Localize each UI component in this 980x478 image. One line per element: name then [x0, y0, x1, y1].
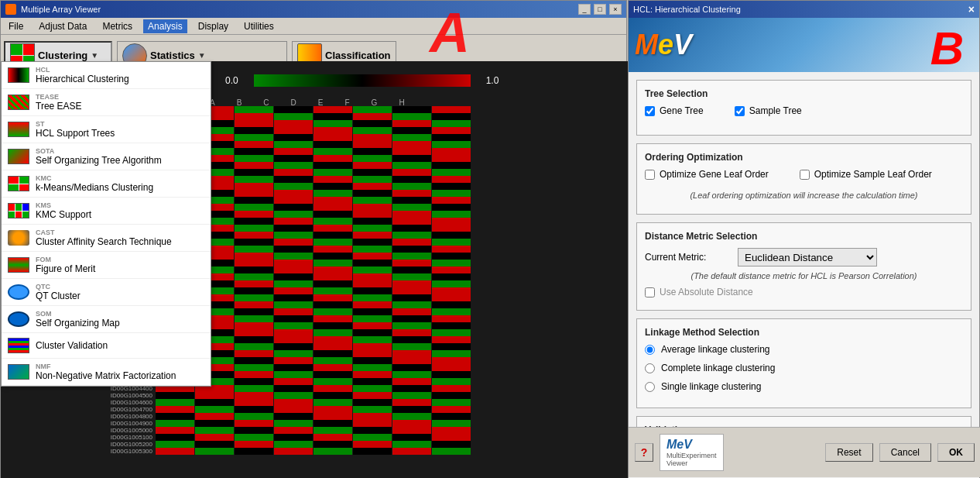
dropdown-item-som[interactable]: SOM Self Organizing Map [2, 306, 211, 333]
dropdown-item-tease[interactable]: TEASE Tree EASE [2, 89, 211, 116]
absolute-distance-checkbox[interactable] [645, 287, 655, 297]
hm-cell [432, 378, 471, 385]
hm-cell [392, 120, 431, 127]
hm-cell [392, 371, 431, 378]
menu-adjust-data[interactable]: Adjust Data [34, 19, 91, 33]
hm-cell [274, 427, 313, 434]
ok-button[interactable]: OK [937, 443, 975, 462]
hcl-code: HCL [36, 66, 129, 74]
dropdown-item-nmf[interactable]: NMF Non-Negative Matrix Factorization [2, 359, 211, 386]
dropdown-item-fom[interactable]: FOM Figure of Merit [2, 252, 211, 279]
hm-cell [392, 106, 431, 113]
hm-cell [314, 343, 352, 350]
hm-cell [392, 392, 431, 399]
close-button[interactable]: × [609, 4, 622, 15]
dropdown-item-sota[interactable]: SOTA Self Organizing Tree Algorithm [2, 143, 211, 170]
dropdown-item-qtc[interactable]: QTC QT Cluster [2, 279, 211, 306]
hm-cell [392, 378, 431, 385]
hm-cell [314, 134, 352, 141]
hm-cell [432, 113, 471, 120]
hm-cell [156, 448, 194, 455]
cancel-button[interactable]: Cancel [879, 443, 931, 462]
heatmap-row: ID00G1005000 [1, 427, 543, 434]
qtc-label: QT Cluster [36, 291, 81, 301]
hm-cell [314, 448, 352, 455]
reset-button[interactable]: Reset [825, 443, 872, 462]
hm-cell [235, 301, 273, 308]
dropdown-item-hcl[interactable]: HCL Hierarchical Clustering [2, 62, 211, 89]
menu-file[interactable]: File [4, 19, 28, 33]
hm-cell [235, 246, 273, 253]
hm-cell [353, 413, 392, 420]
hm-cell [314, 246, 352, 253]
mev-logo: MeV [635, 29, 692, 61]
hm-cell [353, 385, 392, 392]
dropdown-item-cv[interactable]: Cluster Validation [2, 333, 211, 359]
menu-utilities[interactable]: Utilities [239, 19, 279, 33]
gene-tree-checkbox[interactable] [645, 106, 655, 116]
hm-cell [392, 399, 431, 406]
hm-cell [235, 190, 273, 197]
hm-cell [392, 413, 431, 420]
hm-cell [314, 399, 352, 406]
hm-cell [195, 392, 234, 399]
hm-cell [235, 413, 273, 420]
maximize-button[interactable]: □ [594, 4, 606, 15]
hm-cell [314, 232, 352, 239]
menu-metrics[interactable]: Metrics [98, 19, 137, 33]
hcl-icon [8, 67, 29, 84]
hm-cell [432, 239, 471, 246]
hm-cell [392, 141, 431, 148]
hm-cell [432, 267, 471, 273]
hm-cell [274, 273, 313, 280]
current-metric-select[interactable]: Euclidean Distance [738, 248, 877, 267]
current-metric-label: Current Metric: [645, 252, 730, 263]
hm-cell [314, 155, 352, 162]
optimize-gene-leaf-checkbox[interactable] [645, 170, 655, 180]
hm-cell [432, 413, 471, 420]
hm-cell [432, 176, 471, 183]
dropdown-item-cast[interactable]: CAST Cluster Affinity Search Technique [2, 225, 211, 252]
hm-cell [235, 253, 273, 260]
cast-label: Cluster Affinity Search Technique [36, 236, 172, 247]
hm-cell [392, 113, 431, 120]
statistics-dropdown-arrow[interactable]: ▼ [198, 51, 206, 60]
hm-cell [432, 273, 471, 280]
hm-cell [432, 190, 471, 197]
kms-icon [8, 202, 29, 219]
hm-cell [314, 183, 352, 190]
sample-tree-checkbox[interactable] [735, 106, 745, 116]
single-linkage-radio[interactable] [645, 382, 655, 392]
optimize-sample-leaf-checkbox[interactable] [800, 170, 810, 180]
dropdown-item-st[interactable]: ST HCL Support Trees [2, 116, 211, 143]
menu-analysis[interactable]: Analysis [143, 19, 187, 33]
hm-cell [235, 336, 273, 343]
hm-cell [353, 183, 392, 190]
hcl-close-button[interactable]: × [968, 3, 975, 15]
hm-cell [235, 120, 273, 127]
hm-cell [314, 364, 352, 371]
help-button[interactable]: ? [635, 443, 653, 462]
hm-cell [392, 211, 431, 218]
hm-cell [235, 148, 273, 155]
hm-cell [156, 441, 194, 448]
hm-cell [274, 225, 313, 232]
hm-cell [156, 413, 194, 420]
hm-cell [235, 294, 273, 301]
complete-linkage-radio[interactable] [645, 363, 655, 373]
hm-cell [314, 176, 352, 183]
main-title-bar: Multiple Array Viewer _ □ × [1, 1, 626, 18]
kms-code: KMS [36, 201, 91, 209]
dropdown-item-kms[interactable]: KMS KMC Support [2, 198, 211, 225]
tease-code: TEASE [36, 93, 82, 101]
optimize-gene-leaf-label: Optimize Gene Leaf Order [660, 169, 769, 180]
menu-display[interactable]: Display [194, 19, 233, 33]
dropdown-item-kmc[interactable]: KMC k-Means/Medians Clustering [2, 170, 211, 198]
hm-cell [392, 273, 431, 280]
hm-cell [235, 113, 273, 120]
average-linkage-radio[interactable] [645, 345, 655, 355]
minimize-button[interactable]: _ [578, 4, 591, 15]
gene-label: ID00G1004500 [1, 392, 156, 399]
hm-cell [314, 141, 352, 148]
clustering-dropdown-arrow[interactable]: ▼ [91, 51, 98, 60]
